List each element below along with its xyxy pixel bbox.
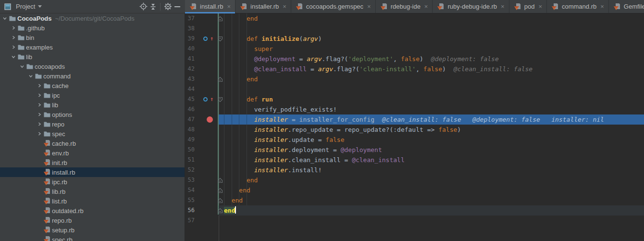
tree-item-CocoaPods[interactable]: CocoaPods~/Documents/git/CocoaPods: [0, 13, 185, 23]
chevron-right-icon[interactable]: [10, 25, 17, 30]
fold-region-end-icon[interactable]: [217, 198, 223, 203]
close-icon[interactable]: ×: [538, 3, 542, 10]
code-text[interactable]: end: [224, 13, 644, 24]
close-icon[interactable]: ×: [501, 3, 505, 10]
tree-item-examples[interactable]: examples: [0, 42, 185, 52]
close-icon[interactable]: ×: [600, 3, 604, 10]
close-icon[interactable]: ×: [283, 3, 286, 10]
chevron-right-icon[interactable]: [10, 35, 17, 40]
chevron-right-icon[interactable]: [36, 131, 43, 136]
code-line-40[interactable]: 40 super: [185, 44, 644, 54]
tree-item-ipc[interactable]: ipc: [0, 90, 185, 100]
tree-item-setup.rb[interactable]: setup.rb: [0, 225, 185, 235]
close-icon[interactable]: ×: [367, 3, 371, 10]
code-text[interactable]: def run: [224, 94, 644, 104]
tree-item-lib[interactable]: lib: [0, 52, 185, 62]
code-text[interactable]: installer.clean_install = @clean_install: [224, 155, 644, 165]
tree-item-env.rb[interactable]: env.rb: [0, 148, 185, 158]
chevron-down-icon[interactable]: [27, 74, 35, 78]
code-line-56[interactable]: 56end: [185, 205, 644, 216]
fold-region-end-icon[interactable]: [217, 76, 223, 82]
tree-item-spec[interactable]: spec: [0, 129, 185, 139]
code-line-42[interactable]: 42 @clean_install = argv.flag?('clean-in…: [185, 64, 644, 74]
code-line-50[interactable]: 50 installer.deployment = @deployment: [185, 145, 644, 155]
code-line-55[interactable]: 55 end: [185, 195, 644, 205]
tree-item-lib[interactable]: lib: [0, 100, 185, 110]
code-text[interactable]: def initialize(argv): [224, 34, 644, 44]
chevron-down-icon[interactable]: [18, 64, 26, 69]
fold-region-end-icon[interactable]: [217, 188, 223, 193]
tree-item-list.rb[interactable]: list.rb: [0, 196, 185, 206]
overriding-method-icon[interactable]: [203, 37, 208, 41]
tree-item-repo.rb[interactable]: repo.rb: [0, 216, 185, 225]
chevron-down-icon[interactable]: [1, 16, 9, 21]
code-text[interactable]: end: [224, 74, 644, 84]
code-text[interactable]: @deployment = argv.flag?('deployment', f…: [224, 54, 644, 64]
chevron-down-icon[interactable]: [10, 54, 17, 59]
fold-region-end-icon[interactable]: [217, 16, 223, 22]
breakpoint-icon[interactable]: [207, 116, 213, 123]
tab-installer.rb[interactable]: installer.rb×: [235, 0, 291, 13]
code-text[interactable]: [224, 216, 644, 226]
collapse-all-icon[interactable]: [148, 2, 158, 12]
close-icon[interactable]: ×: [227, 3, 231, 10]
tree-item-options[interactable]: options: [0, 110, 185, 119]
tree-item-init.rb[interactable]: init.rb: [0, 158, 185, 167]
tab-ruby-debug-ide.rb[interactable]: ruby-debug-ide.rb×: [433, 0, 509, 13]
tree-item-command[interactable]: command: [0, 71, 185, 81]
locate-target-icon[interactable]: [138, 2, 148, 12]
project-panel-title[interactable]: Project: [16, 3, 35, 10]
code-line-48[interactable]: 48 installer.repo_update = repo_update?(…: [185, 125, 644, 135]
code-line-51[interactable]: 51 installer.clean_install = @clean_inst…: [185, 155, 644, 165]
code-line-57[interactable]: 57: [185, 216, 644, 226]
code-text[interactable]: [224, 84, 644, 94]
code-line-46[interactable]: 46 verify_podfile_exists!: [185, 104, 644, 114]
code-text[interactable]: installer.deployment = @deployment: [224, 145, 644, 155]
close-icon[interactable]: ×: [424, 3, 428, 10]
settings-gear-icon[interactable]: [163, 2, 173, 12]
tab-Gemfile[interactable]: Gemfile×: [609, 0, 644, 13]
fold-region-end-icon[interactable]: [217, 208, 223, 214]
tree-item-ipc.rb[interactable]: ipc.rb: [0, 177, 185, 187]
chevron-right-icon[interactable]: [36, 122, 43, 127]
code-text[interactable]: end: [224, 175, 644, 185]
code-text[interactable]: installer = installer_for_config@clean_i…: [224, 114, 644, 125]
code-line-45[interactable]: 45↑ def run: [185, 94, 644, 104]
tree-item-lib.rb[interactable]: lib.rb: [0, 187, 185, 196]
code-text[interactable]: installer.repo_update = repo_update?(:de…: [224, 125, 644, 135]
code-line-37[interactable]: 37 end: [185, 13, 644, 24]
code-text[interactable]: super: [224, 44, 644, 54]
code-line-54[interactable]: 54 end: [185, 185, 644, 195]
tab-command.rb[interactable]: command.rb×: [547, 0, 609, 13]
code-line-38[interactable]: 38: [185, 24, 644, 34]
tree-item-.github[interactable]: .github: [0, 23, 185, 33]
tab-pod[interactable]: pod×: [509, 0, 547, 13]
tab-cocoapods.gemspec[interactable]: cocoapods.gemspec×: [291, 0, 376, 13]
code-line-49[interactable]: 49 installer.update = false: [185, 135, 644, 145]
fold-region-start-icon[interactable]: [217, 36, 223, 42]
chevron-right-icon[interactable]: [36, 112, 43, 117]
overriding-method-icon[interactable]: [203, 97, 208, 101]
hide-panel-minus-icon[interactable]: [173, 2, 182, 12]
code-editor[interactable]: 37 end3839↑ def initialize(argv)40 super…: [185, 13, 644, 241]
tree-item-bin[interactable]: bin: [0, 33, 185, 42]
tree-item-repo[interactable]: repo: [0, 119, 185, 129]
tree-item-install.rb[interactable]: install.rb: [0, 167, 185, 177]
code-text[interactable]: end: [224, 205, 644, 216]
code-line-41[interactable]: 41 @deployment = argv.flag?('deployment'…: [185, 54, 644, 64]
chevron-down-icon[interactable]: [38, 5, 42, 8]
code-text[interactable]: verify_podfile_exists!: [224, 104, 644, 114]
code-text[interactable]: @clean_install = argv.flag?('clean-insta…: [224, 64, 644, 74]
code-text[interactable]: end: [224, 185, 644, 195]
code-line-53[interactable]: 53 end: [185, 175, 644, 185]
tool-window-icon[interactable]: [3, 2, 12, 12]
code-line-44[interactable]: 44: [185, 84, 644, 94]
fold-region-start-icon[interactable]: [217, 97, 223, 102]
tree-item-cache.rb[interactable]: cache.rb: [0, 139, 185, 148]
code-line-39[interactable]: 39↑ def initialize(argv): [185, 34, 644, 44]
code-text[interactable]: [224, 24, 644, 34]
tree-item-cache[interactable]: cache: [0, 81, 185, 90]
tree-item-spec.rb[interactable]: spec.rb: [0, 235, 185, 241]
chevron-right-icon[interactable]: [10, 45, 17, 50]
tab-install.rb[interactable]: install.rb×: [185, 0, 235, 13]
